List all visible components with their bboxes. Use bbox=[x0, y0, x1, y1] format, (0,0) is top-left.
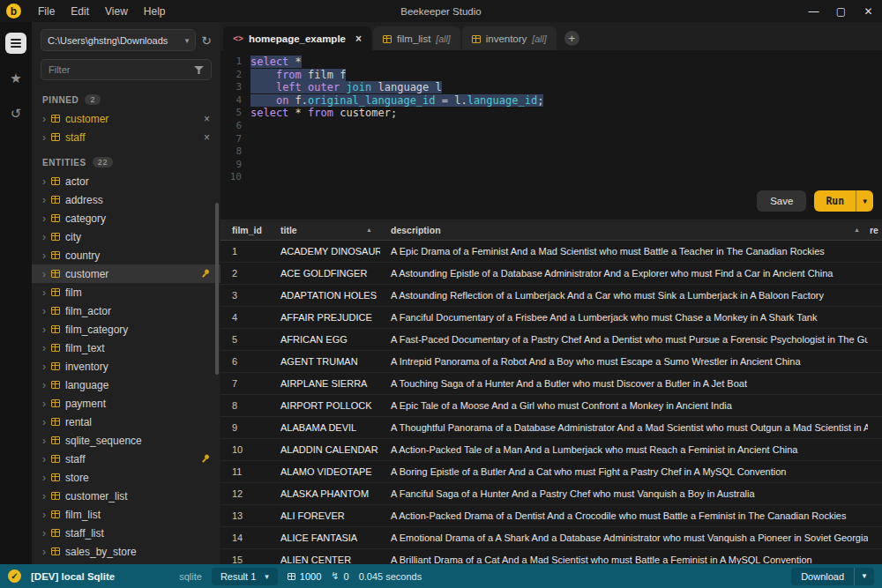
table-row[interactable]: 13ALI FOREVERA Action-Packed Drama of a … bbox=[220, 505, 882, 527]
entity-item-film[interactable]: ›film bbox=[32, 283, 220, 301]
download-label[interactable]: Download bbox=[791, 571, 854, 582]
code-line[interactable]: on f.original_language_id = l.language_i… bbox=[250, 94, 882, 108]
entity-item-address[interactable]: ›address bbox=[32, 190, 220, 209]
code-line[interactable] bbox=[250, 171, 882, 184]
entity-item-country[interactable]: ›country bbox=[32, 246, 220, 264]
entity-item-film_list[interactable]: ›film_list bbox=[32, 505, 220, 524]
column-header-description[interactable]: description▲ bbox=[380, 220, 868, 240]
entity-item-category[interactable]: ›category bbox=[32, 209, 220, 227]
result-selector[interactable]: Result 1 ▾ bbox=[212, 568, 278, 585]
code-line[interactable]: from film f bbox=[250, 69, 882, 82]
unpin-icon[interactable]: × bbox=[204, 113, 210, 125]
run-dropdown-icon[interactable]: ▼ bbox=[856, 190, 873, 212]
maximize-button[interactable]: ▢ bbox=[827, 5, 855, 18]
sidebar-scrollbar[interactable] bbox=[215, 203, 219, 375]
entity-item-payment[interactable]: ›payment bbox=[32, 394, 220, 413]
column-header-film_id[interactable]: film_id bbox=[220, 220, 270, 240]
entity-item-film_category[interactable]: ›film_category bbox=[32, 320, 220, 339]
save-button[interactable]: Save bbox=[757, 190, 806, 212]
minimize-button[interactable]: — bbox=[800, 5, 827, 18]
table-row[interactable]: 6AGENT TRUMANA Intrepid Panorama of a Ro… bbox=[220, 351, 882, 373]
results-table[interactable]: 1ACADEMY DINOSAURA Epic Drama of a Femin… bbox=[220, 241, 882, 564]
pinned-list: ›customer×›staff× bbox=[32, 109, 220, 146]
table-row[interactable]: 4AFFAIR PREJUDICEA Fanciful Documentary … bbox=[220, 307, 882, 329]
code-line[interactable] bbox=[250, 133, 882, 146]
entity-item-film_text[interactable]: ›film_text bbox=[32, 339, 220, 357]
app-logo-icon[interactable]: b bbox=[6, 4, 21, 19]
pin-icon[interactable] bbox=[198, 452, 213, 466]
code-line[interactable] bbox=[250, 120, 882, 133]
entity-item-store[interactable]: ›store bbox=[32, 468, 220, 487]
table-row[interactable]: 3ADAPTATION HOLESA Astounding Reflection… bbox=[220, 285, 882, 307]
code-line[interactable]: left outer join language l bbox=[250, 81, 882, 94]
filter-input[interactable] bbox=[41, 59, 212, 80]
pin-icon[interactable] bbox=[198, 267, 213, 281]
chevron-right-icon: › bbox=[42, 527, 46, 540]
entity-item-inventory[interactable]: ›inventory bbox=[32, 357, 220, 376]
entity-item-customer_list[interactable]: ›customer_list bbox=[32, 487, 220, 505]
refresh-icon[interactable]: ↻ bbox=[201, 33, 212, 48]
tables-nav-icon[interactable] bbox=[5, 33, 26, 54]
chevron-right-icon: › bbox=[42, 379, 46, 391]
chevron-right-icon: › bbox=[42, 212, 46, 225]
table-row[interactable]: 14ALICE FANTASIAA Emotional Drama of a A… bbox=[220, 527, 882, 549]
run-button-label[interactable]: Run bbox=[814, 190, 856, 212]
tab-homepage_example[interactable]: <>homepage_example× bbox=[223, 26, 371, 50]
table-row[interactable]: 9ALABAMA DEVILA Thoughtful Panorama of a… bbox=[220, 417, 882, 439]
code-line[interactable]: select * bbox=[250, 56, 882, 69]
cell-description: A Touching Saga of a Hunter And a Butler… bbox=[380, 378, 868, 389]
cell-description: A Brilliant Drama of a Cat And a Mad Sci… bbox=[380, 555, 868, 564]
pinned-section-header[interactable]: PINNED 2 bbox=[32, 84, 220, 109]
menu-file[interactable]: File bbox=[30, 5, 63, 18]
entity-item-actor[interactable]: ›actor bbox=[32, 172, 220, 190]
menu-edit[interactable]: Edit bbox=[63, 5, 97, 18]
table-row[interactable]: 1ACADEMY DINOSAURA Epic Drama of a Femin… bbox=[220, 241, 882, 263]
entity-item-rental[interactable]: ›rental bbox=[32, 413, 220, 431]
close-button[interactable]: ✕ bbox=[855, 5, 882, 18]
table-row[interactable]: 5AFRICAN EGGA Fast-Paced Documentary of … bbox=[220, 329, 882, 351]
column-header-title[interactable]: title▲ bbox=[270, 220, 380, 240]
column-header-partial[interactable]: re bbox=[868, 220, 882, 240]
code-line[interactable]: select * from customer; bbox=[250, 107, 882, 120]
table-icon bbox=[51, 214, 60, 222]
pinned-item-staff[interactable]: ›staff× bbox=[32, 128, 220, 146]
history-nav-icon[interactable]: ↺ bbox=[5, 103, 26, 124]
run-button[interactable]: Run ▼ bbox=[814, 190, 873, 212]
sql-editor[interactable]: 12345678910 select * from film f left ou… bbox=[220, 50, 882, 220]
pinned-item-customer[interactable]: ›customer× bbox=[32, 109, 220, 128]
chevron-right-icon: › bbox=[42, 231, 46, 243]
table-row[interactable]: 7AIRPLANE SIERRAA Touching Saga of a Hun… bbox=[220, 373, 882, 395]
download-button[interactable]: Download ▼ bbox=[791, 568, 874, 585]
entity-item-staff_list[interactable]: ›staff_list bbox=[32, 524, 220, 542]
unpin-icon[interactable]: × bbox=[204, 131, 210, 144]
code-line[interactable] bbox=[250, 145, 882, 159]
code-line[interactable] bbox=[250, 159, 882, 172]
connection-name: [DEV] local Sqlite bbox=[31, 571, 115, 582]
main-area: <>homepage_example×film_list[all]invento… bbox=[220, 22, 882, 564]
entity-item-sqlite_sequence[interactable]: ›sqlite_sequence bbox=[32, 431, 220, 450]
entities-section-header[interactable]: ENTITIES 22 bbox=[32, 146, 220, 172]
menu-view[interactable]: View bbox=[97, 5, 136, 18]
close-tab-icon[interactable]: × bbox=[355, 33, 362, 45]
table-row[interactable]: 10ALADDIN CALENDARA Action-Packed Tale o… bbox=[220, 439, 882, 461]
add-tab-button[interactable]: + bbox=[564, 31, 579, 46]
entity-item-film_actor[interactable]: ›film_actor bbox=[32, 301, 220, 320]
tab-inventory[interactable]: inventory[all] bbox=[462, 26, 557, 50]
table-row[interactable]: 8AIRPORT POLLOCKA Epic Tale of a Moose A… bbox=[220, 395, 882, 417]
entity-item-customer[interactable]: ›customer bbox=[32, 264, 220, 283]
entity-item-sales_by_store[interactable]: ›sales_by_store bbox=[32, 542, 220, 561]
download-dropdown-icon[interactable]: ▼ bbox=[854, 568, 874, 585]
cell-film-id: 8 bbox=[220, 400, 270, 411]
database-selector[interactable]: C:\Users\ghstng\Downloads ▾ bbox=[41, 29, 196, 51]
menu-help[interactable]: Help bbox=[136, 5, 174, 18]
entity-item-language[interactable]: ›language bbox=[32, 376, 220, 394]
table-row[interactable]: 2ACE GOLDFINGERA Astounding Epistle of a… bbox=[220, 263, 882, 285]
entity-item-staff[interactable]: ›staff bbox=[32, 450, 220, 468]
entity-item-label: language bbox=[65, 379, 210, 391]
table-row[interactable]: 12ALASKA PHANTOMA Fanciful Saga of a Hun… bbox=[220, 483, 882, 505]
table-row[interactable]: 11ALAMO VIDEOTAPEA Boring Epistle of a B… bbox=[220, 461, 882, 483]
tab-film_list[interactable]: film_list[all] bbox=[373, 26, 460, 50]
table-row[interactable]: 15ALIEN CENTERA Brilliant Drama of a Cat… bbox=[220, 549, 882, 564]
entity-item-city[interactable]: ›city bbox=[32, 227, 220, 246]
favorites-nav-icon[interactable]: ★ bbox=[5, 68, 26, 89]
